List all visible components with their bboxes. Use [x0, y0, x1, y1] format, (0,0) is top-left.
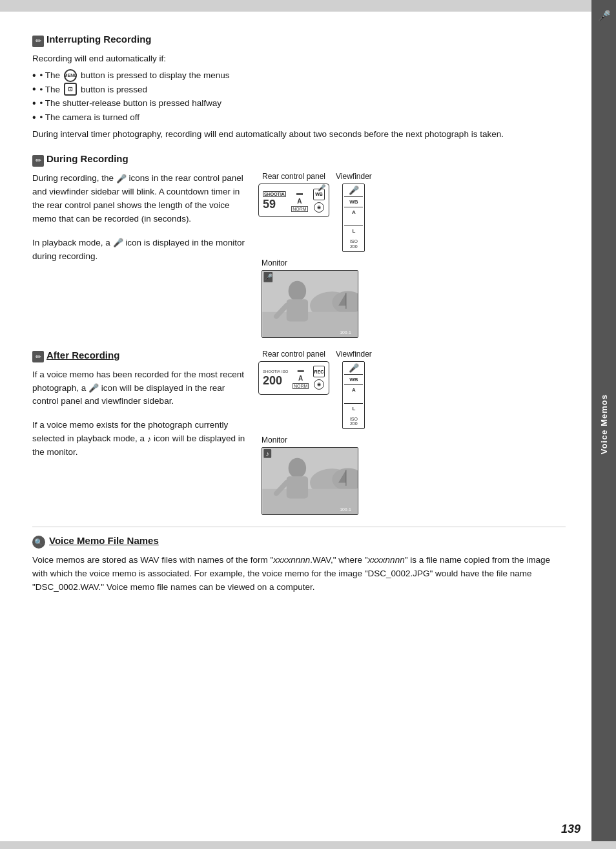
panel-mid-card-icon-2: ▬: [298, 366, 304, 373]
right-sidebar: 🎤 Voice Memos: [591, 0, 616, 849]
after-rear-panel: Rear control panel SHOOTIA ISO 200: [258, 350, 329, 395]
after-section: ✏ After Recording If a voice memo has be…: [32, 350, 566, 515]
vf-line-4: [344, 374, 363, 375]
svg-rect-7: [287, 299, 308, 321]
svg-rect-19: [287, 476, 308, 498]
interrupting-footer: During interval timer photography, recor…: [32, 128, 566, 142]
bullet-1-text: button is pressed to display the menus: [81, 68, 229, 83]
wb-icon-2: REC: [313, 366, 325, 377]
mode-button-icon: ⊡: [64, 83, 77, 96]
vf-wb-label-2: WB: [349, 377, 358, 383]
page-container: ✏ Interrupting Recording Recording will …: [0, 0, 616, 849]
svg-point-18: [289, 458, 306, 478]
sidebar-label: Voice Memos: [599, 394, 609, 454]
music-icon-after: ♪: [147, 433, 152, 446]
during-viewfinder-label: Viewfinder: [336, 172, 372, 181]
mic-icon-after1: 🎤: [88, 382, 99, 395]
after-rear-panel-label: Rear control panel: [262, 350, 325, 359]
bullet-item-3: • The shutter-release button is pressed …: [32, 96, 566, 110]
interrupting-intro: Recording will end automatically if:: [32, 52, 566, 66]
during-body1: During recording, the 🎤 icons in the rea…: [32, 172, 245, 226]
mic-icon-during2: 🎤: [113, 236, 123, 249]
during-section: ✏ During Recording During recording, the…: [32, 153, 566, 337]
during-monitor-label: Monitor: [262, 258, 287, 267]
interrupting-section: ✏ Interrupting Recording Recording will …: [32, 34, 566, 142]
after-shoot-label: SHOOTIA: [263, 370, 280, 373]
mic-icon-during1: 🎤: [116, 173, 127, 185]
vmfn-italic-1: xxxxnnnn: [273, 555, 310, 565]
after-monitor-panel: Monitor: [262, 435, 566, 515]
vmfn-body: Voice memos are stored as WAV files with…: [32, 554, 566, 594]
pencil-icon-after: ✏: [32, 351, 44, 362]
page-number: 139: [561, 823, 580, 836]
after-body1: If a voice memo has been recorded for th…: [32, 368, 245, 409]
after-title-row: ✏ After Recording: [32, 350, 245, 364]
after-monitor-svg: ♪ 100-1: [262, 448, 358, 514]
voice-memo-sidebar-icon: 🎤: [598, 10, 611, 22]
panel2-number: 200: [263, 375, 282, 386]
vmfn-italic-2: xxxxnnnn: [368, 555, 405, 565]
during-title-row: ✏ During Recording: [32, 153, 566, 168]
pencil-icon-interrupting: ✏: [32, 36, 44, 47]
vmfn-title-row: 🔍 Voice Memo File Names: [32, 535, 566, 550]
during-rear-panel-label: Rear control panel: [262, 172, 325, 181]
during-viewfinder-box: 🎤 WB A L ISO200: [342, 183, 365, 251]
round-dial-2: ◉: [314, 379, 324, 390]
after-iso-label: ISO: [282, 370, 288, 373]
menu-button-icon: MENU: [64, 69, 77, 82]
round-dial-1: ◉: [314, 202, 324, 213]
after-text-col: ✏ After Recording If a voice memo has be…: [32, 350, 245, 515]
mic-blink-top-1: 🎤: [318, 184, 325, 191]
after-title: After Recording: [46, 350, 119, 361]
vmfn-title: Voice Memo File Names: [49, 535, 159, 546]
vf-mic-icon-1: 🎤: [349, 186, 359, 194]
during-body2: In playback mode, a 🎤 icon is displayed …: [32, 236, 245, 264]
after-rear-panel-box: SHOOTIA ISO 200 ▬ A NORM: [258, 361, 329, 395]
svg-point-6: [289, 280, 306, 300]
svg-text:🎤: 🎤: [264, 273, 273, 281]
panel-a-label-1: A: [297, 198, 302, 205]
bottom-bar: [0, 841, 616, 849]
bullet-item-1: • The MENU button is pressed to display …: [32, 68, 566, 83]
vf-line-5: [344, 384, 363, 385]
during-rear-panel: Rear control panel SHOOTIA 59 ▬ A: [258, 172, 329, 217]
voice-memo-file-names-section: 🔍 Voice Memo File Names Voice memos are …: [32, 527, 566, 594]
after-monitor-box: ♪ 100-1: [262, 447, 358, 515]
interrupting-title-row: ✏ Interrupting Recording: [32, 34, 566, 48]
during-rear-panel-box: SHOOTIA 59 ▬ A NORM: [258, 183, 329, 217]
after-viewfinder: Viewfinder 🎤 WB A L: [336, 350, 372, 429]
after-body2: If a voice memo exists for the photograp…: [32, 419, 245, 459]
wb-icon-1: WB 🎤: [313, 189, 325, 200]
vf-line-3: [344, 225, 363, 226]
vf-a-label-1: A: [352, 209, 356, 215]
vf-line-2: [344, 207, 363, 207]
vf-line-1: [344, 196, 363, 197]
wb-text-1: WB: [315, 192, 323, 196]
content-body: ✏ Interrupting Recording Recording will …: [32, 34, 566, 594]
vf-l-label-1: L: [352, 228, 355, 234]
during-diagram-top: Rear control panel SHOOTIA 59 ▬ A: [258, 172, 566, 251]
vf-wb-label-1: WB: [349, 199, 358, 205]
shoot-ia-label-1: SHOOTIA: [263, 191, 286, 197]
panel-mid-card-icon: ▬: [296, 189, 303, 196]
svg-text:100-1: 100-1: [340, 330, 351, 335]
during-diagram-col: Rear control panel SHOOTIA 59 ▬ A: [258, 172, 566, 337]
pencil-icon-during: ✏: [32, 155, 44, 167]
interrupting-title: Interrupting Recording: [46, 34, 152, 45]
svg-text:100-1: 100-1: [340, 507, 351, 512]
after-viewfinder-label: Viewfinder: [336, 350, 372, 359]
bullet-item-4: • The camera is turned off: [32, 110, 566, 125]
panel-a-label-2: A: [298, 375, 303, 382]
bullet-item-2: • The ⊡ button is pressed: [32, 83, 566, 97]
main-content: ✏ Interrupting Recording Recording will …: [0, 0, 591, 849]
after-monitor-label: Monitor: [262, 435, 287, 445]
vf-iso-1: ISO200: [350, 239, 358, 249]
during-title: During Recording: [46, 153, 128, 164]
vf-l-label-2: L: [352, 406, 355, 412]
after-viewfinder-box: 🎤 WB A L ISO200: [342, 361, 365, 429]
during-monitor-panel: Monitor: [262, 258, 566, 338]
svg-text:♪: ♪: [266, 450, 269, 457]
vf-a-label-2: A: [352, 387, 356, 393]
vf-line-6: [344, 403, 363, 404]
panel-norm-label-1: NORM: [291, 206, 307, 212]
